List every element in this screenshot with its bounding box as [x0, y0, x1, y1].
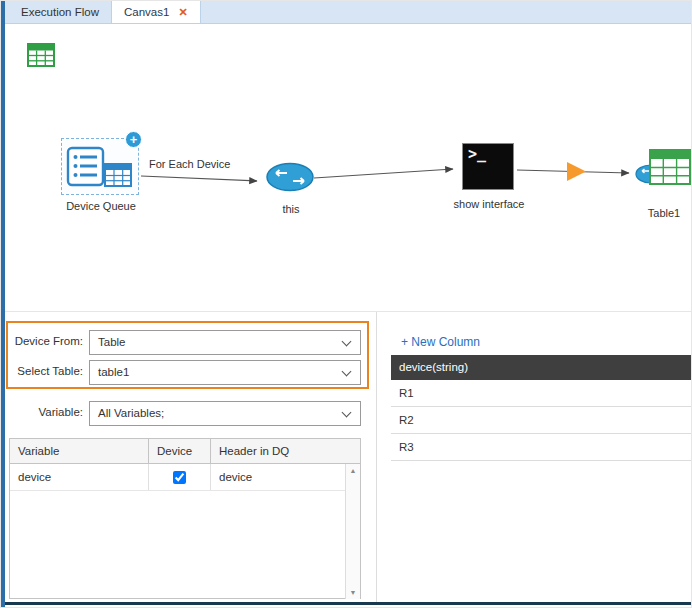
device-from-label: Device From:: [7, 335, 83, 347]
table-mini-icon: [104, 163, 132, 191]
table1-node[interactable]: [635, 148, 692, 194]
this-node-label: this: [273, 203, 309, 215]
variable-value: All Variables;: [98, 402, 164, 425]
device-from-value: Table: [98, 331, 126, 354]
chevron-down-icon: [342, 367, 352, 377]
router-node-this[interactable]: [266, 162, 314, 196]
device-list-icon: [66, 146, 106, 192]
chevron-down-icon: [342, 337, 352, 347]
variable-select[interactable]: All Variables;: [89, 401, 361, 426]
device-queue-label: Device Queue: [53, 200, 149, 212]
chevron-down-icon: [342, 408, 352, 418]
plus-badge-icon: +: [125, 131, 142, 148]
column-header-header-in-dq: Header in DQ: [211, 439, 346, 463]
device-column-header: device(string): [391, 355, 691, 380]
router-icon: [266, 162, 314, 192]
device-cell: [149, 464, 211, 490]
device-table-row[interactable]: R2: [391, 407, 691, 434]
vertical-scrollbar[interactable]: ▲ ▼: [345, 464, 360, 599]
device-from-select[interactable]: Table: [89, 330, 361, 355]
table-toolbar-icon[interactable]: [27, 41, 55, 69]
device-table-row[interactable]: R3: [391, 434, 691, 461]
terminal-prompt-icon: >_: [468, 145, 486, 163]
result-table-icon: [649, 148, 691, 190]
column-header-device: Device: [149, 439, 211, 463]
select-table-value: table1: [98, 361, 129, 384]
window-bottom-border: [1, 602, 692, 605]
device-table-row[interactable]: R1: [391, 380, 691, 407]
device-queue-node[interactable]: +: [61, 138, 139, 195]
show-interface-label: show interface: [447, 198, 531, 210]
scroll-up-icon[interactable]: ▲: [346, 467, 360, 474]
variable-mapping-table: Variable Device Header in DQ device devi…: [9, 438, 361, 599]
tab-execution-flow[interactable]: Execution Flow: [9, 1, 111, 23]
header-in-dq-cell: device: [211, 464, 346, 490]
mapping-table-header: Variable Device Header in DQ: [10, 439, 360, 464]
variable-cell: device: [10, 464, 149, 490]
select-table-select[interactable]: table1: [89, 360, 361, 385]
new-column-link[interactable]: + New Column: [401, 335, 480, 349]
device-table: device(string) R1 R2 R3: [391, 355, 691, 461]
mapping-table-row[interactable]: device device: [10, 464, 360, 491]
variable-label: Variable:: [7, 406, 83, 418]
panel-divider-vertical: [376, 312, 377, 602]
tab-canvas1-label: Canvas1: [124, 6, 169, 18]
select-table-label: Select Table:: [7, 365, 83, 377]
close-tab-icon[interactable]: ✕: [178, 6, 187, 19]
tab-canvas1[interactable]: Canvas1 ✕: [111, 1, 201, 23]
for-each-device-edge-label: For Each Device: [149, 158, 259, 170]
column-header-variable: Variable: [10, 439, 149, 463]
flow-direction-marker-icon: [567, 162, 586, 181]
window-left-accent-bar: [1, 1, 5, 608]
tab-bar: Execution Flow Canvas1 ✕: [1, 1, 692, 24]
device-checkbox[interactable]: [173, 471, 186, 484]
show-interface-terminal-node[interactable]: >_: [462, 143, 514, 190]
app-window: Execution Flow Canvas1 ✕ +: [0, 0, 692, 608]
table1-node-label: Table1: [641, 207, 687, 219]
panel-divider-horizontal: [1, 311, 692, 312]
tab-execution-flow-label: Execution Flow: [21, 6, 99, 18]
scroll-down-icon[interactable]: ▼: [346, 589, 360, 596]
